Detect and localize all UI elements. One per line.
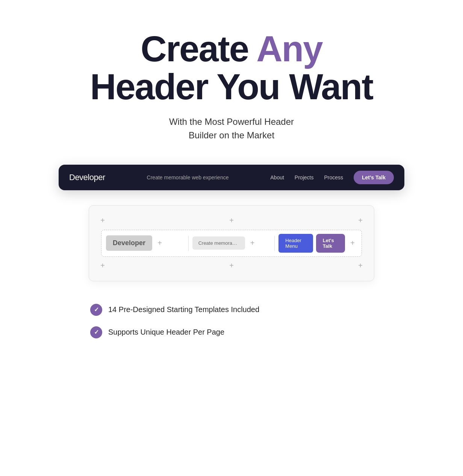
plus-after-text[interactable]: + — [248, 239, 257, 248]
feature-item-2: Supports Unique Header Per Page — [90, 326, 259, 338]
demo-logo-text: Developer — [69, 173, 105, 182]
check-icon-1 — [90, 304, 102, 316]
feature-text-2: Supports Unique Header Per Page — [108, 328, 224, 337]
top-plus-row: + + + — [98, 215, 365, 227]
plus-bottom-center[interactable]: + — [227, 261, 236, 270]
demo-nav: About Projects Process Let's Talk — [270, 171, 394, 184]
builder-cell-text: Create memorable web ... + — [192, 236, 271, 250]
features-list: 14 Pre-Designed Starting Templates Inclu… — [0, 304, 259, 338]
hero-subtitle-line2: Builder on the Market — [189, 130, 274, 140]
feature-text-1: 14 Pre-Designed Starting Templates Inclu… — [108, 305, 259, 314]
nav-link-process[interactable]: Process — [324, 174, 343, 180]
hero-section: Create Any Header You Want With the Most… — [90, 30, 373, 142]
text-block[interactable]: Create memorable web ... — [192, 236, 245, 250]
plus-after-logo[interactable]: + — [155, 239, 164, 248]
demo-header-bar: Developer Create memorable web experienc… — [59, 165, 404, 190]
cell-divider-1 — [188, 236, 189, 251]
plus-bottom-right[interactable]: + — [356, 261, 365, 270]
builder-cell-logo: Developer + — [106, 235, 185, 251]
hero-subtitle-line1: With the Most Powerful Header — [169, 117, 294, 127]
builder-container: + + + Developer + Create memorable web .… — [89, 205, 374, 281]
plus-bottom-left[interactable]: + — [98, 261, 107, 270]
builder-cell-nav: Header Menu Let's Talk + — [278, 234, 357, 253]
feature-item-1: 14 Pre-Designed Starting Templates Inclu… — [90, 304, 259, 316]
builder-main-row: Developer + Create memorable web ... + H… — [98, 227, 365, 260]
hero-title-start: Create — [141, 29, 256, 69]
hero-title-accent: Any — [256, 29, 322, 69]
plus-top-left[interactable]: + — [98, 216, 107, 225]
nav-link-projects[interactable]: Projects — [295, 174, 314, 180]
logo-block[interactable]: Developer — [106, 235, 152, 251]
plus-top-center[interactable]: + — [227, 216, 236, 225]
demo-cta-button[interactable]: Let's Talk — [354, 171, 394, 184]
hero-title: Create Any Header You Want — [90, 30, 373, 106]
menu-block[interactable]: Header Menu — [278, 234, 313, 253]
hero-subtitle: With the Most Powerful Header Builder on… — [90, 115, 373, 142]
bottom-plus-row: + + + — [98, 260, 365, 272]
cta-block[interactable]: Let's Talk — [316, 234, 345, 253]
builder-inner-row: Developer + Create memorable web ... + H… — [101, 230, 362, 257]
demo-tagline: Create memorable web experience — [105, 174, 270, 180]
demo-logo: Developer — [69, 173, 105, 182]
nav-link-about[interactable]: About — [270, 174, 284, 180]
cell-divider-2 — [274, 236, 275, 251]
hero-title-line2: Header You Want — [90, 67, 373, 107]
check-icon-2 — [90, 326, 102, 338]
plus-top-right[interactable]: + — [356, 216, 365, 225]
plus-after-cta[interactable]: + — [348, 239, 357, 248]
